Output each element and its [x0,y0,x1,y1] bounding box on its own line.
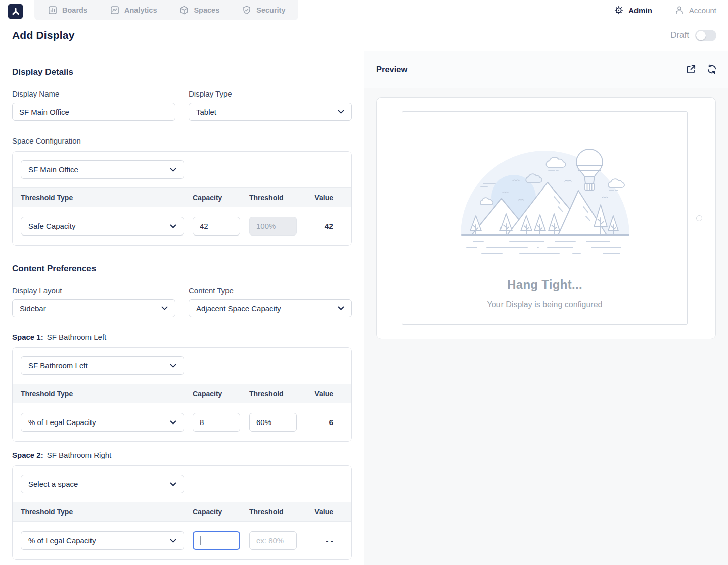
draft-toggle[interactable] [695,30,716,41]
capacity-cell [193,413,240,432]
mountain-scene-illustration [459,145,631,256]
chevron-down-icon [338,306,344,310]
name-type-row: Display Name Display Type Tablet [12,89,352,121]
content-type-select[interactable]: Adjacent Space Capacity [189,299,352,317]
content-type-field: Content Type Adjacent Space Capacity [189,286,352,317]
display-type-label: Display Type [189,89,352,98]
display-type-field: Display Type Tablet [189,89,352,121]
display-type-select[interactable]: Tablet [189,103,352,121]
refresh-preview-button[interactable] [706,64,717,75]
threshold-type-select[interactable]: % of Legal Capacity [21,413,184,432]
column-header-threshold: Threshold [249,390,297,398]
display-layout-label: Display Layout [12,286,175,295]
refresh-icon [706,64,717,75]
layout-content-row: Display Layout Sidebar Content Type Adja… [12,286,352,317]
display-name-label: Display Name [12,89,175,98]
value-cell: 6 [297,418,343,427]
page-title: Add Display [12,29,75,41]
threshold-table-header: Threshold Type Capacity Threshold Value [13,502,351,522]
card-top: SF Bathroom Left [13,348,351,384]
spaces-icon [179,5,189,15]
account-label: Account [689,6,716,15]
external-link-icon [686,64,697,75]
content-type-label: Content Type [189,286,352,295]
value-cell: 42 [297,222,343,231]
select-value: % of Legal Capacity [28,418,96,427]
column-header-value: Value [297,194,343,202]
column-header-value: Value [297,508,343,516]
space-2-card: Select a space Threshold Type Capacity T… [12,465,352,560]
threshold-table-header: Threshold Type Capacity Threshold Value [13,187,351,207]
space-2-select[interactable]: Select a space [21,475,184,493]
nav-label: Security [256,6,285,14]
column-header-threshold-type: Threshold Type [21,390,184,398]
threshold-type-select[interactable]: Safe Capacity [21,217,184,236]
preview-actions [686,64,717,75]
space-configuration-label: Space Configuration [12,136,352,145]
nav-item-account[interactable]: Account [674,5,716,15]
capacity-input[interactable] [193,413,240,432]
threshold-input[interactable] [249,413,297,432]
display-name-input[interactable] [12,103,175,121]
select-value: % of Legal Capacity [28,536,96,545]
space-1-card: SF Bathroom Left Threshold Type Capacity… [12,347,352,442]
content-preferences-heading: Content Preferences [12,264,352,274]
display-name-field: Display Name [12,89,175,121]
text-cursor [200,536,201,545]
preview-header: Preview [364,51,728,88]
column-header-threshold: Threshold [249,508,297,516]
nav-label: Boards [62,6,87,14]
preview-panel: Preview [364,51,728,565]
chevron-down-icon [170,482,176,486]
space-name: SF Bathroom Right [47,451,112,459]
display-details-heading: Display Details [12,67,352,77]
capacity-cell [193,531,240,550]
app-logo[interactable] [8,4,23,19]
tablet-preview-frame: Hang Tight... Your Display is being conf… [376,97,716,339]
nav-item-boards[interactable]: Boards [48,5,87,15]
open-external-button[interactable] [686,64,697,75]
threshold-table-row: % of Legal Capacity 6 [13,403,351,441]
display-form: Display Details Display Name Display Typ… [0,51,364,565]
draft-label: Draft [670,30,689,40]
card-top: Select a space [13,466,351,502]
top-bar: Boards Analytics Spaces Security [0,0,728,20]
capacity-input[interactable] [193,217,240,236]
display-layout-field: Display Layout Sidebar [12,286,175,317]
analytics-icon [110,5,120,15]
column-header-capacity: Capacity [193,390,240,398]
threshold-input[interactable] [249,531,297,550]
threshold-type-select[interactable]: % of Legal Capacity [21,531,184,550]
chevron-down-icon [338,110,344,114]
brand-icon [11,7,21,17]
tablet-camera-dot [696,215,702,221]
display-layout-select[interactable]: Sidebar [12,299,175,317]
chevron-down-icon [170,168,176,172]
boards-icon [48,5,58,15]
threshold-cell [249,217,297,236]
space-configuration-card: SF Main Office Threshold Type Capacity T… [12,151,352,246]
capacity-cell [193,217,240,236]
space-config-select[interactable]: SF Main Office [21,160,184,179]
select-value: Tablet [196,108,216,116]
top-bar-right: Admin Account [614,0,728,20]
nav-item-security[interactable]: Security [242,5,285,15]
person-icon [674,5,685,15]
space-1-select[interactable]: SF Bathroom Left [21,356,184,375]
nav-item-admin[interactable]: Admin [614,5,652,15]
preview-status-message: Your Display is being configured [487,300,603,309]
column-header-threshold-type: Threshold Type [21,508,184,516]
preview-status-heading: Hang Tight... [507,277,582,292]
nav-item-analytics[interactable]: Analytics [110,5,157,15]
chevron-down-icon [170,420,176,425]
column-header-threshold: Threshold [249,194,297,202]
threshold-table-row: Safe Capacity 42 [13,207,351,245]
select-value: SF Main Office [28,165,78,174]
space-2-label: Space 2:SF Bathroom Right [12,451,352,459]
card-top: SF Main Office [13,152,351,187]
chevron-down-icon [170,539,176,543]
nav-item-spaces[interactable]: Spaces [179,5,219,15]
nav-label: Spaces [194,6,219,14]
page-header: Add Display Draft [0,20,728,51]
tablet-screen: Hang Tight... Your Display is being conf… [402,111,688,325]
